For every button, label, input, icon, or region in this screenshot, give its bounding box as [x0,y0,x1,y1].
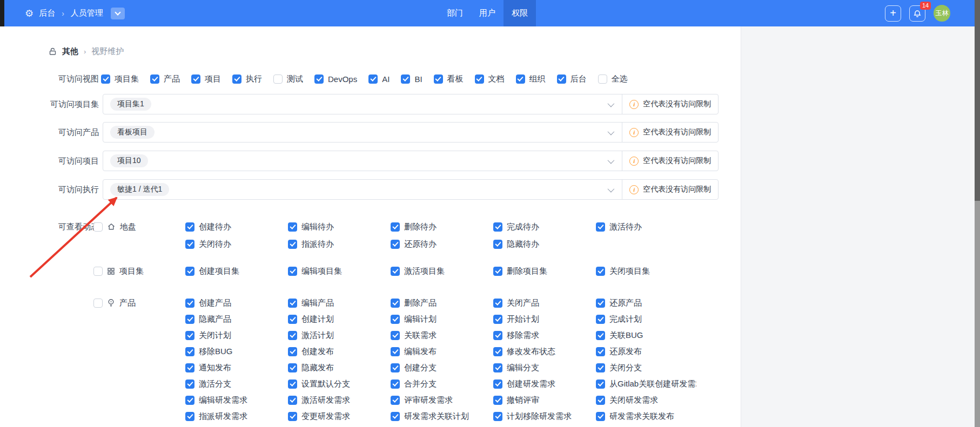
checkbox[interactable] [191,74,200,84]
checkbox[interactable] [391,331,400,340]
checkbox[interactable] [288,331,297,340]
checkbox[interactable] [288,267,297,276]
action-checkbox-item[interactable]: 编辑计划 [391,311,491,327]
checkbox-item[interactable]: 全选 [598,74,628,84]
action-checkbox-item[interactable]: 激活分支 [185,376,286,392]
action-checkbox-item[interactable]: 研发需求关联发布 [596,408,696,424]
action-checkbox-item[interactable]: 研发需求关联代码提交 [288,424,388,427]
action-checkbox-item[interactable]: 创建产品 [185,295,286,311]
checkbox[interactable] [596,331,605,340]
action-checkbox-item[interactable]: 研发需求关联计划 [391,408,491,424]
multi-select-input[interactable]: 项目10 [103,151,622,171]
checkbox[interactable] [596,267,605,276]
action-checkbox-item[interactable]: 还原发布 [596,343,696,360]
action-checkbox-item[interactable]: 设置默认分支 [288,376,388,392]
checkbox[interactable] [185,379,194,389]
action-checkbox-item[interactable]: 创建分支 [391,360,491,376]
action-checkbox-item[interactable]: 激活研发需求 [288,392,388,408]
checkbox[interactable] [596,222,605,232]
checkbox[interactable] [493,267,502,276]
action-checkbox-item[interactable]: 创建项目集 [185,263,286,279]
breadcrumb-dropdown-button[interactable] [111,8,125,19]
checkbox[interactable] [288,299,297,308]
action-checkbox-item[interactable]: 编辑发布 [391,343,491,360]
checkbox[interactable] [493,347,502,356]
checkbox[interactable] [93,222,103,232]
checkbox[interactable] [93,299,103,308]
checkbox[interactable] [93,267,103,276]
checkbox[interactable] [391,222,400,232]
dynamics-group-header[interactable]: 地盘 [93,219,136,235]
breadcrumb-page[interactable]: 人员管理 [71,8,103,18]
checkbox[interactable] [391,240,400,249]
action-checkbox-item[interactable]: 开始计划 [493,311,594,327]
checkbox[interactable] [288,412,297,421]
action-checkbox-item[interactable]: 关联需求 [391,327,491,343]
checkbox-item[interactable]: 组织 [516,74,546,84]
tab-users[interactable]: 用户 [471,0,504,26]
checkbox[interactable] [516,74,525,84]
checkbox-item[interactable]: DevOps [314,74,357,84]
action-checkbox-item[interactable]: 关闭项目集 [596,263,696,279]
checkbox[interactable] [185,363,194,372]
checkbox-item[interactable]: 后台 [557,74,587,84]
checkbox[interactable] [596,315,605,324]
checkbox[interactable] [596,347,605,356]
checkbox[interactable] [493,396,502,405]
action-checkbox-item[interactable]: 还原待办 [391,236,491,252]
checkbox-item[interactable]: 产品 [150,74,180,84]
checkbox[interactable] [596,396,605,405]
checkbox[interactable] [475,74,484,84]
checkbox[interactable] [185,299,194,308]
checkbox-item[interactable]: BI [401,74,422,84]
action-checkbox-item[interactable]: 删除项目集 [493,263,594,279]
checkbox[interactable] [557,74,566,84]
checkbox[interactable] [391,347,400,356]
action-checkbox-item[interactable]: 关闭产品 [493,295,594,311]
selected-tag[interactable]: 看板项目 [110,126,155,139]
checkbox[interactable] [493,379,502,389]
action-checkbox-item[interactable]: 完成待办 [493,219,594,235]
checkbox[interactable] [596,363,605,372]
checkbox[interactable] [391,363,400,372]
multi-select-input[interactable]: 看板项目 [103,123,622,142]
action-checkbox-item[interactable]: 移除需求 [493,327,594,343]
checkbox[interactable] [232,74,241,84]
checkbox-item[interactable]: 项目 [191,74,221,84]
checkbox[interactable] [273,74,283,84]
action-checkbox-item[interactable]: 编辑研发需求 [185,392,286,408]
tab-privileges[interactable]: 权限 [504,0,536,26]
checkbox[interactable] [596,412,605,421]
action-checkbox-item[interactable]: 研发需求关联代码分支 [493,424,594,427]
dynamics-group-header[interactable]: 产品 [93,295,136,311]
action-checkbox-item[interactable]: 移除BUG [185,343,286,360]
checkbox[interactable] [391,299,400,308]
action-checkbox-item[interactable]: 编辑分支 [493,360,594,376]
action-checkbox-item[interactable]: 创建待办 [185,219,286,235]
checkbox[interactable] [596,299,605,308]
checkbox[interactable] [185,222,194,232]
checkbox[interactable] [493,363,502,372]
checkbox[interactable] [185,412,194,421]
checkbox[interactable] [434,74,443,84]
action-checkbox-item[interactable]: 从代码移除研发需求 [596,424,696,427]
selected-tag[interactable]: 项目集1 [110,98,151,111]
selected-tag[interactable]: 敏捷1 / 迭代1 [110,183,169,196]
checkbox[interactable] [391,267,400,276]
action-checkbox-item[interactable]: 关闭分支 [596,360,696,376]
action-checkbox-item[interactable]: 删除产品 [391,295,491,311]
checkbox[interactable] [150,74,159,84]
action-checkbox-item[interactable]: 编辑产品 [288,295,388,311]
action-checkbox-item[interactable]: 删除待办 [391,219,491,235]
checkbox[interactable] [391,315,400,324]
action-checkbox-item[interactable]: 隐藏产品 [185,311,286,327]
action-checkbox-item[interactable]: 关闭研发需求 [596,392,696,408]
checkbox[interactable] [314,74,324,84]
checkbox-item[interactable]: 执行 [232,74,262,84]
action-checkbox-item[interactable]: 激活项目集 [391,263,491,279]
checkbox[interactable] [596,379,605,389]
multi-select-input[interactable]: 敏捷1 / 迭代1 [103,180,622,199]
action-checkbox-item[interactable]: 修改发布状态 [493,343,594,360]
action-checkbox-item[interactable]: 通知发布 [185,360,286,376]
checkbox[interactable] [101,74,110,84]
